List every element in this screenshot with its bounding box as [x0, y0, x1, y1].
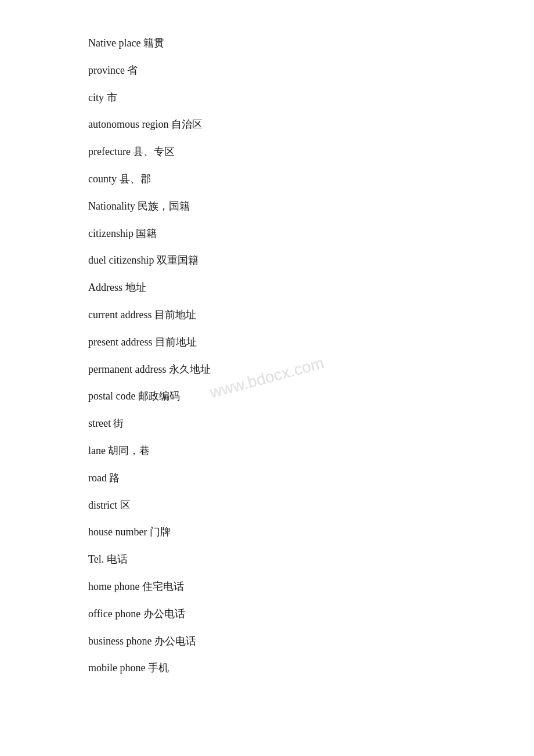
english-term: autonomous region	[88, 118, 171, 130]
chinese-translation: 区	[120, 499, 131, 511]
chinese-translation: 门牌	[150, 526, 171, 538]
english-term: Address	[88, 282, 125, 293]
english-term: Native place	[88, 37, 143, 49]
chinese-translation: 国籍	[136, 228, 157, 239]
english-term: county	[88, 173, 120, 185]
chinese-translation: 市	[107, 92, 117, 103]
list-item: citizenship 国籍	[88, 225, 446, 242]
list-item: mobile phone 手机	[88, 660, 446, 676]
list-item: province 省	[88, 62, 446, 79]
english-term: city	[88, 92, 107, 103]
english-term: present address	[88, 336, 155, 348]
chinese-translation: 省	[127, 64, 138, 76]
list-item: house number 门牌	[88, 524, 446, 541]
chinese-translation: 胡同，巷	[108, 445, 150, 456]
list-item: business phone 办公电话	[88, 633, 446, 650]
list-item: Native place 籍贯	[88, 35, 446, 52]
english-term: house number	[88, 526, 150, 538]
chinese-translation: 街	[113, 417, 124, 429]
list-item: Tel. 电话	[88, 551, 446, 568]
english-term: business phone	[88, 635, 154, 647]
list-item: permanent address 永久地址	[88, 361, 446, 378]
list-item: road 路	[88, 470, 446, 487]
english-term: postal code	[88, 390, 138, 402]
chinese-translation: 目前地址	[154, 309, 196, 321]
list-item: duel citizenship 双重国籍	[88, 252, 446, 269]
list-item: street 街	[88, 415, 446, 432]
list-item: Address 地址	[88, 279, 446, 296]
chinese-translation: 住宅电话	[142, 581, 184, 592]
english-term: district	[88, 499, 120, 511]
chinese-translation: 手机	[148, 662, 169, 674]
chinese-translation: 办公电话	[154, 635, 196, 647]
chinese-translation: 双重国籍	[157, 254, 199, 266]
list-item: present address 目前地址	[88, 334, 446, 351]
list-item: prefecture 县、专区	[88, 143, 446, 160]
chinese-translation: 县、专区	[133, 146, 175, 157]
list-item: autonomous region 自治区	[88, 116, 446, 133]
english-term: prefecture	[88, 146, 133, 157]
english-term: current address	[88, 309, 154, 321]
chinese-translation: 地址	[125, 282, 146, 293]
english-term: duel citizenship	[88, 254, 157, 266]
chinese-translation: 路	[109, 472, 120, 484]
english-term: mobile phone	[88, 662, 148, 674]
main-content: Native place 籍贯province 省city 市autonomou…	[0, 0, 534, 722]
list-item: city 市	[88, 89, 446, 106]
english-term: citizenship	[88, 228, 136, 239]
chinese-translation: 籍贯	[143, 37, 164, 49]
list-item: lane 胡同，巷	[88, 442, 446, 459]
chinese-translation: 自治区	[171, 118, 203, 130]
english-term: province	[88, 64, 127, 76]
english-term: Nationality	[88, 200, 138, 212]
english-term: lane	[88, 445, 108, 456]
list-item: home phone 住宅电话	[88, 578, 446, 595]
list-item: county 县、郡	[88, 171, 446, 188]
list-item: Nationality 民族，国籍	[88, 198, 446, 215]
chinese-translation: 电话	[107, 553, 128, 565]
list-item: district 区	[88, 497, 446, 514]
english-term: office phone	[88, 608, 143, 620]
english-term: Tel.	[88, 553, 107, 565]
chinese-translation: 永久地址	[169, 363, 211, 375]
english-term: permanent address	[88, 363, 169, 375]
list-item: postal code 邮政编码	[88, 388, 446, 405]
chinese-translation: 民族，国籍	[138, 200, 190, 212]
list-item: office phone 办公电话	[88, 606, 446, 622]
english-term: road	[88, 472, 109, 484]
english-term: street	[88, 417, 113, 429]
chinese-translation: 县、郡	[120, 173, 151, 185]
chinese-translation: 邮政编码	[138, 390, 180, 402]
list-item: current address 目前地址	[88, 307, 446, 323]
english-term: home phone	[88, 581, 142, 592]
chinese-translation: 目前地址	[155, 336, 197, 348]
chinese-translation: 办公电话	[143, 608, 185, 620]
